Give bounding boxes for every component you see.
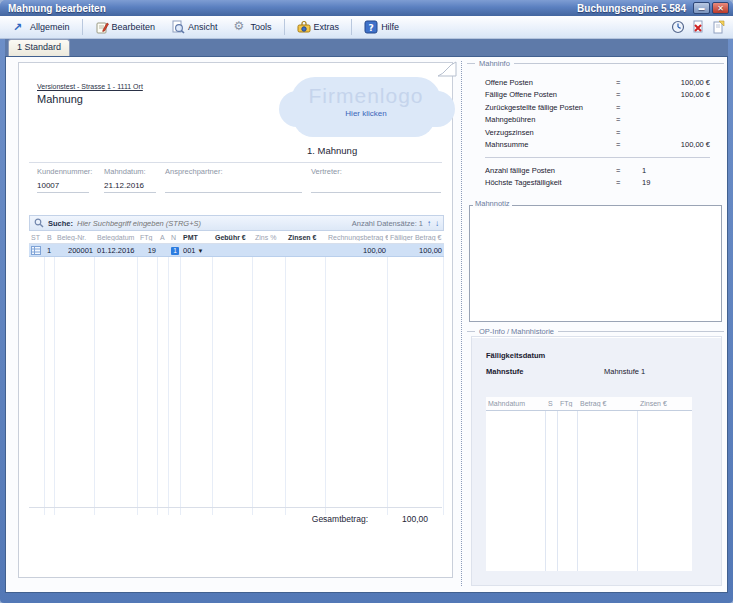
col-header-mahndatum[interactable]: Mahndatum xyxy=(486,400,546,407)
col-header-s[interactable]: S xyxy=(546,400,558,407)
mahninfo-rows: Offene Posten = 100,00 € Fällige Offene … xyxy=(467,68,724,151)
recipient-title: Mahnung xyxy=(37,93,83,105)
stat-label: Anzahl fällige Posten xyxy=(485,166,616,175)
menu-ansicht-label: Ansicht xyxy=(188,22,218,32)
historie-group-header: OP-Info / Mahnhistorie xyxy=(467,327,724,336)
grid-column xyxy=(45,257,55,515)
historie-panel: Fälligkeitsdatum Mahnstufe Mahnstufe 1 M… xyxy=(471,336,722,586)
company-logo-placeholder[interactable]: Firmenlogo Hier klicken xyxy=(291,77,441,125)
toolbar-separator xyxy=(351,19,352,35)
divider xyxy=(467,331,475,332)
equals-sign: = xyxy=(616,115,642,124)
mahninfo-label: Mahngebühren xyxy=(485,115,616,124)
sort-up-icon[interactable]: ↑ xyxy=(427,219,431,228)
svg-text:?: ? xyxy=(369,23,374,33)
col-header-gebuehr[interactable]: Gebühr € xyxy=(213,234,253,241)
vertreter-input[interactable] xyxy=(311,179,441,193)
record-count: Anzahl Datensätze: 1 xyxy=(352,219,423,228)
toolbox-icon xyxy=(297,20,311,34)
grid-column xyxy=(388,257,444,515)
menu-extras[interactable]: Extras xyxy=(290,17,347,37)
cell-rechnungsbetrag: 100,00 xyxy=(326,246,388,255)
equals-sign: = xyxy=(616,166,642,175)
row-detail-icon[interactable] xyxy=(29,246,45,255)
grid-column xyxy=(326,257,388,515)
tab-bar: 1 Standard xyxy=(5,39,728,56)
cell-n: 1 xyxy=(169,246,181,255)
col-header-ftg[interactable]: FTg xyxy=(138,234,158,241)
col-header-faelliger-betrag[interactable]: Fälliger Betrag € xyxy=(388,234,444,241)
mahninfo-label: Verzugszinsen xyxy=(485,128,616,137)
table-row[interactable]: 1 200001 01.12.2016 19 1 001▼ 100,00 100… xyxy=(29,244,444,257)
field-ansprechpartner: Ansprechpartner: xyxy=(165,167,302,193)
toolbar-separator xyxy=(82,19,83,35)
menu-ansicht[interactable]: Ansicht xyxy=(164,17,225,37)
divider xyxy=(467,63,475,64)
col-header-a[interactable]: A xyxy=(158,234,169,241)
historie-title: OP-Info / Mahnhistorie xyxy=(479,327,554,336)
historie-empty-body xyxy=(486,411,692,571)
field-label: Ansprechpartner: xyxy=(165,167,302,176)
col-header-belegnr[interactable]: Beleg-Nr. xyxy=(55,234,95,241)
stat-label: Höchste Tagesfälligkeit xyxy=(485,178,616,187)
grid-column xyxy=(55,257,95,515)
logo-click-hint[interactable]: Hier klicken xyxy=(345,109,386,118)
grid-column xyxy=(253,257,286,515)
sort-down-icon[interactable]: ↓ xyxy=(435,219,439,228)
grid-column xyxy=(546,411,558,571)
sender-address-line[interactable]: Versionstest - Strasse 1 - 1111 Ort xyxy=(37,83,143,90)
close-button[interactable]: ✕ xyxy=(712,2,729,14)
col-header-b[interactable]: B xyxy=(45,234,55,241)
dunning-level-heading: 1. Mahnung xyxy=(307,145,357,156)
save-document-icon[interactable] xyxy=(711,20,725,34)
mahninfo-row: Zurückgestellte fällige Posten = xyxy=(485,101,710,114)
menu-allgemein[interactable]: ↗ Allgemein xyxy=(6,17,77,37)
grid-column xyxy=(158,257,169,515)
col-header-pmt[interactable]: PMT xyxy=(181,234,213,241)
clock-icon[interactable] xyxy=(671,20,685,34)
logo-placeholder-text: Firmenlogo xyxy=(308,84,423,108)
col-header-n[interactable]: N xyxy=(169,234,181,241)
magnifier-page-icon xyxy=(171,20,185,34)
tab-standard[interactable]: 1 Standard xyxy=(8,39,70,56)
toolbar: ↗ Allgemein Bearbeiten Ansicht ⚙ Tools E… xyxy=(0,16,733,39)
kundennummer-input[interactable] xyxy=(37,179,89,193)
search-input[interactable] xyxy=(77,219,348,228)
grid-column xyxy=(486,411,546,571)
menu-allgemein-label: Allgemein xyxy=(30,22,70,32)
col-header-belegdatum[interactable]: Belegdatum xyxy=(95,234,138,241)
ansprechpartner-input[interactable] xyxy=(165,179,302,193)
mahninfo-stat-row: Anzahl fällige Posten = 1 xyxy=(485,164,710,177)
mahninfo-row: Mahngebühren = xyxy=(485,114,710,127)
divider xyxy=(514,63,724,64)
menu-bearbeiten[interactable]: Bearbeiten xyxy=(88,17,163,37)
mahninfo-value: 100,00 € xyxy=(642,78,710,87)
grid-column xyxy=(638,411,692,571)
menu-tools-label: Tools xyxy=(251,22,272,32)
cancel-document-icon[interactable] xyxy=(691,20,705,34)
col-header-betrag[interactable]: Betrag € xyxy=(578,400,638,407)
col-header-zins-pct[interactable]: Zins % xyxy=(253,234,286,241)
cell-pmt[interactable]: 001▼ xyxy=(181,246,213,255)
mahnnotiz-title: Mahnnotiz xyxy=(473,199,512,208)
menu-hilfe[interactable]: ? Hilfe xyxy=(357,17,406,37)
chevron-down-icon[interactable]: ▼ xyxy=(198,248,204,254)
menu-bearbeiten-label: Bearbeiten xyxy=(112,22,156,32)
col-header-rechnungsbetrag[interactable]: Rechnungsbetrag € xyxy=(326,234,388,241)
col-header-ftg[interactable]: FTg xyxy=(558,400,578,407)
minimize-button[interactable]: ▬ xyxy=(693,2,710,14)
menu-tools[interactable]: ⚙ Tools xyxy=(227,17,279,37)
mahndatum-input[interactable] xyxy=(104,179,156,193)
panel-splitter[interactable] xyxy=(461,61,462,586)
mahninfo-stat-row: Höchste Tagesfälligkeit = 19 xyxy=(485,177,710,190)
mahninfo-row: Offene Posten = 100,00 € xyxy=(485,76,710,89)
col-header-st[interactable]: ST xyxy=(29,234,45,241)
mahninfo-group-header: Mahninfo xyxy=(467,59,724,68)
col-header-zinsen[interactable]: Zinsen € xyxy=(286,234,326,241)
divider xyxy=(29,162,442,163)
col-header-zinsen[interactable]: Zinsen € xyxy=(638,400,692,407)
page-curl-icon[interactable] xyxy=(437,60,457,78)
mahninfo-stats: Anzahl fällige Posten = 1 Höchste Tagesf… xyxy=(467,164,724,189)
mahnnotiz-textarea[interactable] xyxy=(470,206,721,321)
mahninfo-label: Mahnsumme xyxy=(485,140,616,149)
